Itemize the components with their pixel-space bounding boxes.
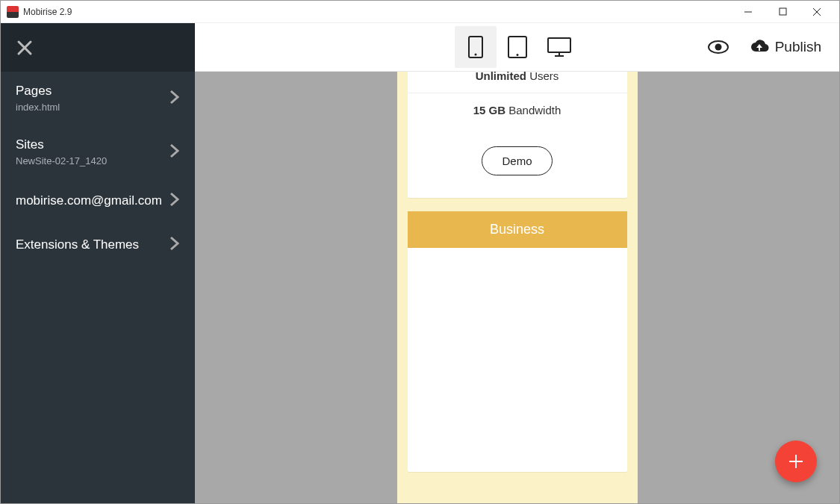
- svg-rect-1: [780, 8, 786, 15]
- window-minimize-button[interactable]: [738, 4, 759, 19]
- svg-point-7: [474, 54, 476, 56]
- plus-icon: [788, 453, 804, 470]
- publish-button[interactable]: Publish: [750, 39, 821, 55]
- chevron-right-icon: [169, 143, 180, 162]
- sidebar-item-label: Extensions & Themes: [16, 237, 139, 252]
- preview-canvas: Standard $0 per month 32 GB Storage Unli…: [195, 72, 839, 504]
- sidebar-item-extensions[interactable]: Extensions & Themes: [1, 223, 195, 267]
- window-controls: [738, 4, 833, 19]
- sidebar-item-label: Sites: [16, 137, 107, 152]
- pricing-card-feature[interactable]: 15 GB Bandwidth: [408, 93, 627, 127]
- app-icon: [7, 6, 19, 18]
- svg-point-14: [715, 44, 721, 51]
- pricing-card-business: Business: [408, 211, 627, 472]
- window-titlebar: Mobirise 2.9: [1, 1, 839, 23]
- window-maximize-button[interactable]: [772, 4, 793, 19]
- cloud-upload-icon: [750, 40, 769, 55]
- window-close-button[interactable]: [806, 4, 827, 19]
- chevron-right-icon: [169, 89, 180, 108]
- sidebar: Pages index.html Sites NewSite-02-17_142…: [1, 23, 195, 504]
- window-title: Mobirise 2.9: [23, 7, 738, 17]
- toolbar: Publish: [195, 23, 839, 72]
- device-desktop-button[interactable]: [538, 26, 580, 68]
- eye-icon: [708, 40, 729, 54]
- main-area: Publish Standard $0 per month 32 GB Stor…: [195, 23, 839, 504]
- phone-icon: [468, 36, 483, 58]
- device-phone-button[interactable]: [455, 26, 497, 68]
- pricing-card-feature[interactable]: Unlimited Users: [408, 72, 627, 93]
- demo-button[interactable]: Demo: [482, 146, 552, 175]
- close-icon: [16, 39, 34, 57]
- device-switcher: [455, 26, 580, 68]
- device-tablet-button[interactable]: [497, 26, 538, 68]
- sidebar-item-account[interactable]: mobirise.com@gmail.com: [1, 179, 195, 223]
- phone-preview-scrollview[interactable]: Standard $0 per month 32 GB Storage Unli…: [397, 72, 638, 504]
- preview-button[interactable]: [708, 40, 729, 54]
- publish-label: Publish: [775, 39, 821, 55]
- sidebar-item-label: mobirise.com@gmail.com: [16, 193, 162, 208]
- chevron-right-icon: [169, 191, 180, 211]
- pricing-card-header[interactable]: Business: [408, 211, 627, 248]
- sidebar-item-pages[interactable]: Pages index.html: [1, 72, 195, 125]
- desktop-icon: [547, 37, 571, 57]
- chevron-right-icon: [169, 235, 180, 255]
- add-block-fab[interactable]: [775, 441, 817, 482]
- svg-point-9: [516, 54, 518, 56]
- sidebar-close-button[interactable]: [1, 23, 195, 72]
- sidebar-item-sublabel: NewSite-02-17_1420: [16, 155, 107, 167]
- sidebar-item-label: Pages: [16, 84, 60, 99]
- tablet-icon: [508, 36, 527, 58]
- sidebar-item-sites[interactable]: Sites NewSite-02-17_1420: [1, 125, 195, 179]
- pricing-card-standard: Standard $0 per month 32 GB Storage Unli…: [408, 72, 627, 198]
- svg-rect-10: [548, 38, 570, 52]
- sidebar-item-sublabel: index.html: [16, 102, 60, 113]
